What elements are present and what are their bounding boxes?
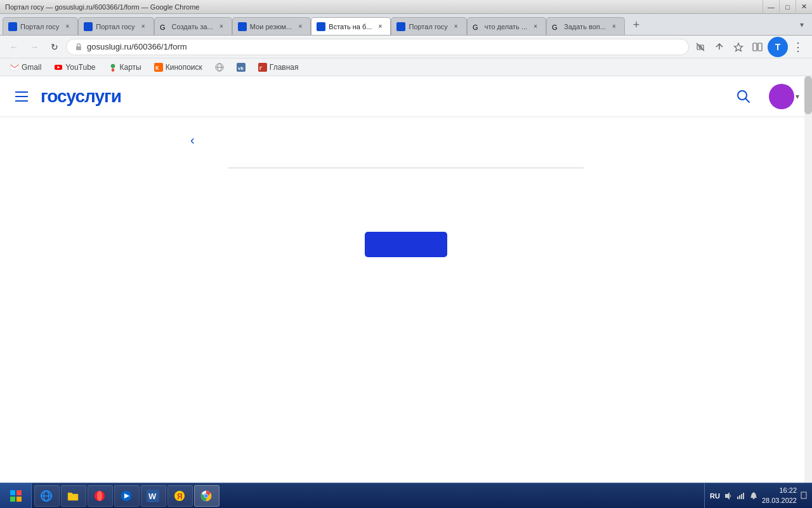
address-bar[interactable]: gosuslugi.ru/600366/1/form <box>66 39 689 55</box>
windows-logo-icon <box>10 490 22 502</box>
site-search-button[interactable] <box>731 84 756 109</box>
back-button[interactable]: ← <box>5 38 23 56</box>
bookmark-vk[interactable]: vk <box>232 62 251 73</box>
taskbar-app-yandex[interactable]: Я <box>167 485 193 507</box>
tab-6[interactable]: Портал госу × <box>391 17 466 35</box>
tab-label-7: что делать ... <box>485 23 527 30</box>
start-button[interactable] <box>0 483 32 509</box>
taskbar-app-word[interactable]: W <box>141 485 166 507</box>
tab-4[interactable]: Мои резюм... × <box>232 17 311 35</box>
taskbar-app-opera[interactable] <box>88 485 113 507</box>
taskbar: W Я RU <box>0 483 812 508</box>
tabs-bar: Портал госу × Портал госу × G Создать за… <box>0 14 812 36</box>
title-bar: Портал госу — gosuslugi.ru/600366/1/form… <box>0 0 812 14</box>
tab-close-3[interactable]: × <box>216 22 226 32</box>
svg-rect-50 <box>801 492 806 498</box>
tab-5[interactable]: Встать на б... × <box>311 17 391 35</box>
svg-text:Г: Г <box>259 65 263 71</box>
refresh-button[interactable]: ↻ <box>46 38 63 56</box>
bookmark-world[interactable] <box>210 62 229 73</box>
share-button[interactable] <box>710 38 728 56</box>
taskbar-app-files[interactable] <box>61 485 86 507</box>
network-icon[interactable] <box>737 491 745 500</box>
menu-button[interactable]: ⋮ <box>789 38 807 56</box>
svg-text:К: К <box>155 65 159 71</box>
tab-close-2[interactable]: × <box>138 22 148 32</box>
bookmark-youtube[interactable]: YouTube <box>49 62 100 73</box>
keyboard-language[interactable]: RU <box>710 492 720 500</box>
tab-favicon-5 <box>317 22 325 31</box>
gosuslugi-logo[interactable]: госуслуги <box>41 86 121 107</box>
search-icon <box>737 90 750 104</box>
maps-icon <box>108 63 117 72</box>
taskbar-app-chrome[interactable] <box>194 485 219 507</box>
tab-overflow-button[interactable]: ▾ <box>794 17 809 32</box>
clock-time: 16:22 <box>762 486 797 495</box>
split-screen-button[interactable] <box>749 38 766 56</box>
user-menu-chevron[interactable]: ▾ <box>796 92 799 101</box>
profile-button[interactable]: T <box>768 37 788 57</box>
tab-close-1[interactable]: × <box>62 22 72 32</box>
svg-text:vk: vk <box>238 65 244 71</box>
chrome-icon <box>200 490 213 502</box>
lock-icon <box>74 43 83 51</box>
bookmark-gmail[interactable]: Gmail <box>5 62 46 73</box>
tab-label-6: Портал госу <box>409 23 447 30</box>
scrollbar-thumb[interactable] <box>804 76 812 114</box>
clock-date: 28.03.2022 <box>762 496 797 505</box>
taskbar-app-mediaplayer[interactable] <box>114 485 140 507</box>
new-tab-button[interactable]: + <box>627 17 645 32</box>
ie-icon <box>40 490 53 502</box>
speakers-icon[interactable] <box>724 491 733 500</box>
show-desktop-icon[interactable] <box>801 491 807 500</box>
tab-2[interactable]: Портал госу × <box>78 17 154 35</box>
tab-close-6[interactable]: × <box>451 22 461 32</box>
tab-1[interactable]: Портал госу × <box>3 17 78 35</box>
main-area: ‹ <box>0 117 812 270</box>
taskbar-tray: RU 16:22 28.03.2022 <box>704 483 812 509</box>
bookmark-main[interactable]: Г Главная <box>253 62 304 73</box>
back-arrow-button[interactable]: ‹ <box>190 133 195 147</box>
tab-7[interactable]: G что делать ... × <box>467 17 546 35</box>
user-avatar[interactable] <box>769 84 794 109</box>
tab-close-4[interactable]: × <box>295 22 305 32</box>
tab-close-7[interactable]: × <box>530 22 540 32</box>
star-icon <box>733 42 743 52</box>
tab-close-5[interactable]: × <box>375 22 385 32</box>
tab-8[interactable]: G Задать воп... × <box>546 17 625 35</box>
svg-rect-27 <box>10 497 15 502</box>
svg-text:G: G <box>473 23 478 31</box>
svg-marker-7 <box>735 43 743 51</box>
window-controls: — □ ✕ <box>763 0 812 14</box>
hamburger-menu-button[interactable] <box>13 86 33 107</box>
submit-button[interactable] <box>365 232 447 257</box>
disable-camera-button[interactable] <box>691 38 709 56</box>
bookmark-kino[interactable]: К Кинопоиск <box>149 62 207 73</box>
maximize-button[interactable]: □ <box>779 0 796 14</box>
bookmark-star-button[interactable] <box>730 38 747 56</box>
system-clock[interactable]: 16:22 28.03.2022 <box>762 486 797 505</box>
notification-icon[interactable] <box>749 491 758 500</box>
page-content: госуслуги ▾ ‹ <box>0 76 812 483</box>
bookmark-maps[interactable]: Карты <box>103 62 147 73</box>
minimize-button[interactable]: — <box>763 0 779 14</box>
tab-3[interactable]: G Создать за... × <box>154 17 232 35</box>
bookmark-kino-label: Кинопоиск <box>166 63 202 72</box>
svg-rect-28 <box>16 497 22 502</box>
svg-rect-8 <box>753 43 757 51</box>
nav-bar: ← → ↻ gosuslugi.ru/600366/1/form <box>0 36 812 58</box>
hamburger-line-3 <box>15 100 28 102</box>
svg-text:W: W <box>148 491 157 501</box>
tab-favicon-2 <box>84 22 93 31</box>
taskbar-app-ie[interactable] <box>34 485 60 507</box>
tab-favicon-1 <box>8 22 17 31</box>
scrollbar[interactable] <box>804 76 812 483</box>
tab-close-8[interactable]: × <box>609 22 619 32</box>
svg-text:Я: Я <box>177 492 183 501</box>
close-button[interactable]: ✕ <box>796 0 812 14</box>
forward-button[interactable]: → <box>25 38 43 56</box>
camera-off-icon <box>695 42 705 52</box>
svg-point-13 <box>111 64 115 68</box>
svg-rect-47 <box>741 494 742 499</box>
tab-label-4: Мои резюм... <box>250 23 292 30</box>
